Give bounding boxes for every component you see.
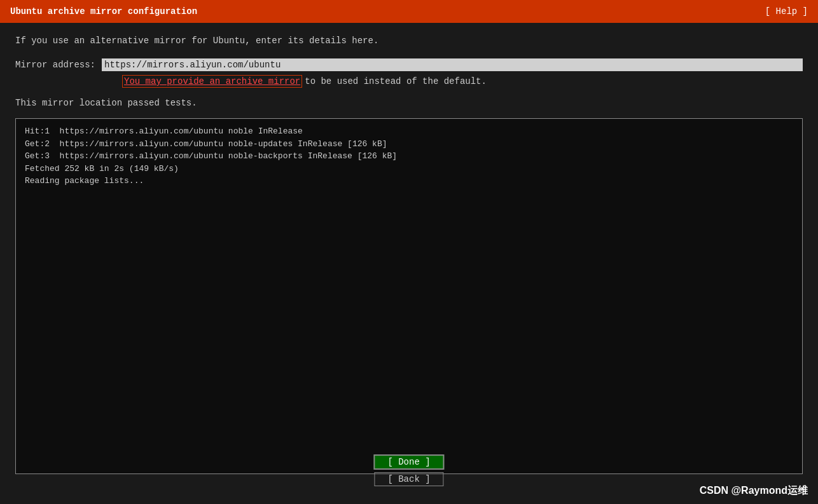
back-button[interactable]: [ Back ] [374, 472, 443, 486]
mirror-passed-text: This mirror location passed tests. [15, 98, 803, 108]
mirror-input[interactable] [102, 58, 803, 71]
main-content: If you use an alternative mirror for Ubu… [0, 23, 818, 487]
title-bar-help: [ Help ] [765, 6, 808, 17]
description-text: If you use an alternative mirror for Ubu… [15, 36, 803, 46]
log-line: Get:2 https://mirrors.aliyun.com/ubuntu … [25, 138, 793, 151]
mirror-address-row: Mirror address: [15, 58, 803, 71]
mirror-label: Mirror address: [15, 60, 95, 70]
log-line: Reading package lists... [25, 175, 793, 187]
title-bar: Ubuntu archive mirror configuration [ He… [0, 0, 818, 23]
log-line: Get:3 https://mirrors.aliyun.com/ubuntu … [25, 150, 793, 163]
done-button[interactable]: [ Done ] [373, 454, 444, 470]
mirror-hint-row: You may provide an archive mirror to be … [122, 75, 803, 88]
title-bar-title: Ubuntu archive mirror configuration [10, 6, 197, 17]
buttons-area: [ Done ] [ Back ] [373, 454, 444, 486]
watermark: CSDN @Raymond运维 [700, 484, 808, 498]
mirror-hint-link[interactable]: You may provide an archive mirror [122, 75, 302, 88]
log-line: Hit:1 https://mirrors.aliyun.com/ubuntu … [25, 125, 793, 138]
log-line: Fetched 252 kB in 2s (149 kB/s) [25, 163, 793, 175]
log-area: Hit:1 https://mirrors.aliyun.com/ubuntu … [15, 118, 803, 474]
mirror-hint-rest: to be used instead of the default. [305, 76, 487, 86]
